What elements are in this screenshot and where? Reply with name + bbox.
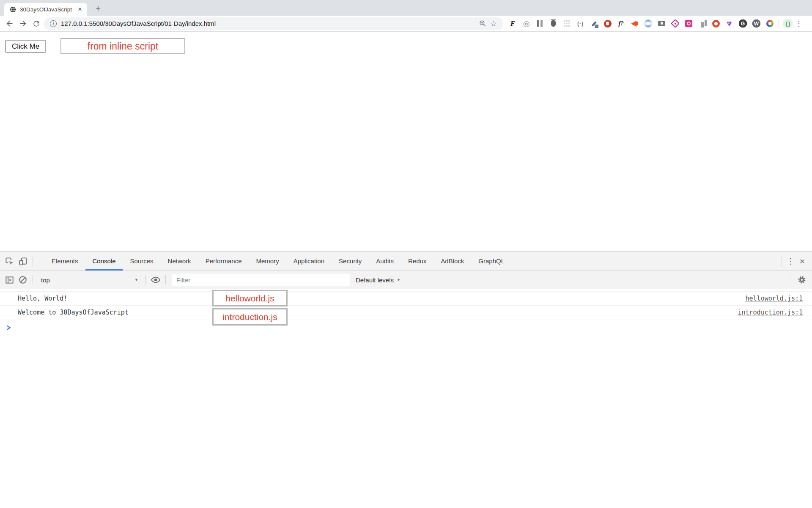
bug-extension-icon[interactable] <box>548 18 559 29</box>
execution-context-value: top <box>41 276 50 284</box>
console-toolbar-separator <box>165 275 166 284</box>
tab-sources[interactable]: Sources <box>123 252 161 271</box>
inspect-element-icon[interactable] <box>3 254 16 268</box>
devtools-separator <box>33 257 33 266</box>
devtools-tab-bar: Elements Console Sources Network Perform… <box>0 252 812 271</box>
eyedropper-extension-icon[interactable] <box>588 18 600 29</box>
live-expression-eye-icon[interactable] <box>149 273 162 287</box>
console-message-text: Hello, World! <box>18 295 67 302</box>
back-button[interactable] <box>3 17 16 30</box>
annotation-text: helloworld.js <box>225 293 274 304</box>
globe-favicon-icon <box>9 6 16 13</box>
device-toolbar-icon[interactable] <box>16 254 30 268</box>
tab-close-icon[interactable]: × <box>76 5 84 14</box>
tab-elements[interactable]: Elements <box>44 252 85 271</box>
tab-adblock[interactable]: AdBlock <box>433 252 471 271</box>
forward-button[interactable] <box>16 17 30 30</box>
w-circle-extension-icon[interactable]: W <box>751 18 762 29</box>
parentheses-extension-icon[interactable]: (-) <box>575 18 586 29</box>
devtools-separator <box>782 257 782 266</box>
red-ring-extension-icon[interactable] <box>710 18 721 29</box>
heart-search-extension-icon[interactable]: ♥ <box>724 18 735 29</box>
console-prompt[interactable] <box>0 320 812 335</box>
tab-strip: 30DaysOfJavaScript × + <box>0 0 812 16</box>
browser-toolbar: i 127.0.0.1:5500/30DaysOfJavaScript/01-D… <box>0 16 812 32</box>
f-question-extension-icon[interactable]: f? <box>615 18 627 29</box>
annotation-text: introduction.js <box>222 312 277 322</box>
tab-memory[interactable]: Memory <box>249 252 286 271</box>
clear-console-icon[interactable] <box>16 273 30 287</box>
inline-script-text: from inline script <box>88 41 158 52</box>
reload-button[interactable] <box>30 17 43 30</box>
pipes-extension-icon[interactable] <box>697 18 708 29</box>
settings-gear-icon[interactable] <box>795 273 809 287</box>
toolbar-separator <box>779 19 779 28</box>
browser-tab[interactable]: 30DaysOfJavaScript × <box>4 3 87 16</box>
braces-profile-icon[interactable]: { } <box>782 18 793 29</box>
url-text[interactable]: 127.0.0.1:5500/30DaysOfJavaScript/01-Day… <box>61 20 477 27</box>
source-link[interactable]: introduction.js:1 <box>738 306 803 320</box>
prompt-chevron-icon <box>6 325 12 331</box>
chevron-down-icon: ▼ <box>134 278 138 282</box>
tab-title: 30DaysOfJavaScript <box>20 6 76 13</box>
annotation-helloworld: helloworld.js <box>212 290 288 306</box>
tab-redux[interactable]: Redux <box>401 252 433 271</box>
console-toolbar-separator <box>792 275 792 284</box>
new-tab-button[interactable]: + <box>92 3 104 14</box>
annotation-introduction: introduction.js <box>212 308 288 326</box>
pink-box-extension-icon[interactable] <box>683 18 694 29</box>
console-message-text: Welcome to 30DaysOfJavaScript <box>18 309 129 316</box>
atom-extension-icon[interactable] <box>669 18 681 29</box>
console-message-row: Hello, World! helloworld.js:1 <box>0 291 812 306</box>
devtools-menu-icon[interactable]: ⋮ <box>785 257 796 266</box>
tab-network[interactable]: Network <box>161 252 198 271</box>
tab-performance[interactable]: Performance <box>198 252 249 271</box>
console-message-row: Welcome to 30DaysOfJavaScript introducti… <box>0 306 812 320</box>
console-sidebar-icon[interactable] <box>3 273 16 287</box>
g-circle-extension-icon[interactable]: G <box>737 18 749 29</box>
zoom-icon[interactable] <box>477 18 488 29</box>
fonts-extension-icon[interactable]: F <box>507 18 518 29</box>
tab-graphql[interactable]: GraphQL <box>471 252 512 271</box>
swirl-extension-icon[interactable] <box>642 18 654 29</box>
log-levels-value: Default levels <box>356 276 394 284</box>
grid-extension-icon[interactable] <box>561 18 573 29</box>
stop-hand-extension-icon[interactable] <box>602 18 613 29</box>
console-filter-input[interactable] <box>172 274 350 286</box>
console-toolbar: top ▼ Default levels ▼ <box>0 271 812 289</box>
chevron-down-icon: ▼ <box>397 278 401 282</box>
tab-console[interactable]: Console <box>85 252 123 271</box>
inline-script-box: from inline script <box>60 38 185 54</box>
browser-menu-icon[interactable]: ⋮ <box>793 19 804 28</box>
console-toolbar-separator <box>33 275 33 284</box>
console-messages: Hello, World! helloworld.js:1 Welcome to… <box>0 289 812 335</box>
log-levels-dropdown[interactable]: Default levels ▼ <box>356 276 401 284</box>
devtools-close-icon[interactable]: × <box>796 256 809 266</box>
tab-security[interactable]: Security <box>332 252 369 271</box>
source-link[interactable]: helloworld.js:1 <box>746 292 803 306</box>
extensions-row: F◎(-)f?♥GW <box>507 18 776 29</box>
camera-extension-icon[interactable] <box>656 18 667 29</box>
devtools-tabs: Elements Console Sources Network Perform… <box>44 252 512 271</box>
tab-audits[interactable]: Audits <box>369 252 401 271</box>
megaphone-extension-icon[interactable] <box>629 18 640 29</box>
click-me-button[interactable]: Click Me <box>5 40 46 53</box>
columns-extension-icon[interactable] <box>534 18 546 29</box>
devtools-panel: Elements Console Sources Network Perform… <box>0 251 812 508</box>
site-info-icon[interactable]: i <box>50 20 57 27</box>
url-bar[interactable]: i 127.0.0.1:5500/30DaysOfJavaScript/01-D… <box>44 17 503 30</box>
color-ring-extension-icon[interactable] <box>764 18 776 29</box>
bookmark-star-icon[interactable]: ☆ <box>488 18 499 29</box>
console-toolbar-separator <box>145 275 146 284</box>
browser-window: 30DaysOfJavaScript × + i 127.0.0.1:5500/… <box>0 0 812 508</box>
execution-context-dropdown[interactable]: top ▼ <box>36 274 143 286</box>
target-extension-icon[interactable]: ◎ <box>521 18 532 29</box>
tab-application[interactable]: Application <box>286 252 332 271</box>
web-page: Click Me from inline script <box>0 32 812 251</box>
